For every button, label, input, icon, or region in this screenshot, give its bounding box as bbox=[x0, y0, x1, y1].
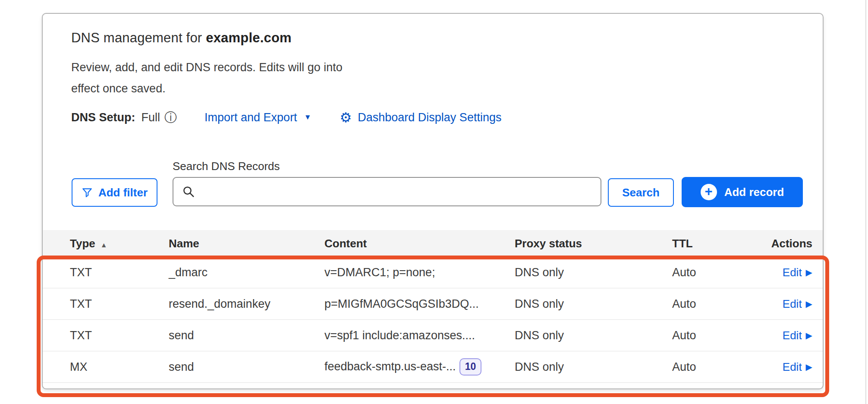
column-header-content[interactable]: Content bbox=[324, 237, 515, 250]
search-button[interactable]: Search bbox=[608, 178, 674, 207]
edit-record-button[interactable]: Edit▶ bbox=[783, 360, 812, 374]
filter-icon bbox=[82, 187, 93, 198]
table-row: TXT _dmarc v=DMARC1; p=none; DNS only Au… bbox=[43, 257, 823, 288]
column-header-name[interactable]: Name bbox=[169, 237, 324, 250]
chevron-right-icon: ▶ bbox=[806, 330, 812, 341]
cell-proxy-status: DNS only bbox=[515, 266, 672, 279]
column-header-type[interactable]: Type▲ bbox=[70, 237, 169, 250]
cell-type: TXT bbox=[70, 329, 169, 342]
edit-record-button[interactable]: Edit▶ bbox=[783, 329, 812, 342]
page-description: Review, add, and edit DNS records. Edits… bbox=[71, 57, 373, 99]
chevron-right-icon: ▶ bbox=[806, 267, 812, 278]
cell-actions: Edit▶ bbox=[760, 329, 812, 342]
chevron-right-icon: ▶ bbox=[806, 362, 812, 372]
search-dns-records-label: Search DNS Records bbox=[173, 160, 280, 173]
cell-name: _dmarc bbox=[169, 266, 324, 279]
cell-ttl: Auto bbox=[672, 297, 760, 311]
gear-icon[interactable]: ⚙ bbox=[340, 111, 352, 124]
cell-proxy-status: DNS only bbox=[515, 360, 672, 374]
table-header-row: Type▲ Name Content Proxy status TTL Acti… bbox=[43, 230, 823, 257]
cell-ttl: Auto bbox=[672, 266, 760, 279]
column-header-ttl[interactable]: TTL bbox=[672, 237, 760, 250]
column-header-actions: Actions bbox=[760, 237, 812, 250]
table-row: TXT send v=spf1 include:amazonses.... DN… bbox=[43, 320, 823, 351]
plus-icon: + bbox=[701, 184, 717, 200]
search-button-label: Search bbox=[622, 186, 660, 199]
search-box bbox=[173, 177, 601, 206]
table-body: TXT _dmarc v=DMARC1; p=none; DNS only Au… bbox=[43, 257, 823, 383]
table-row: MX send feedback-smtp.us-east-...10 DNS … bbox=[43, 351, 823, 383]
cell-name: send bbox=[169, 360, 324, 374]
cell-type: TXT bbox=[70, 297, 169, 311]
scrollbar[interactable] bbox=[865, 0, 866, 404]
zone-domain-name: example.com bbox=[206, 30, 292, 45]
table-row: TXT resend._domainkey p=MIGfMA0GCSqGSIb3… bbox=[43, 288, 823, 320]
cell-name: send bbox=[169, 329, 324, 342]
cell-ttl: Auto bbox=[672, 360, 760, 374]
dashboard-display-settings-link[interactable]: Dashboard Display Settings bbox=[358, 111, 501, 124]
search-icon bbox=[182, 185, 195, 198]
cell-content: v=DMARC1; p=none; bbox=[324, 266, 515, 279]
info-icon[interactable]: ⓘ bbox=[164, 111, 177, 124]
import-export-dropdown[interactable]: Import and Export▼ bbox=[204, 111, 311, 124]
cell-proxy-status: DNS only bbox=[515, 297, 672, 311]
dns-setup-row: DNS Setup: Full ⓘ Import and Export▼ ⚙ D… bbox=[71, 109, 501, 126]
cell-type: TXT bbox=[70, 266, 169, 279]
chevron-right-icon: ▶ bbox=[806, 299, 812, 309]
add-filter-label: Add filter bbox=[98, 186, 148, 199]
cell-ttl: Auto bbox=[672, 329, 760, 342]
cell-actions: Edit▶ bbox=[760, 297, 812, 311]
search-input[interactable] bbox=[201, 178, 601, 205]
cell-actions: Edit▶ bbox=[760, 360, 812, 374]
dns-management-card: DNS management for example.com Review, a… bbox=[42, 13, 824, 389]
cell-content: feedback-smtp.us-east-...10 bbox=[324, 358, 515, 376]
page-title-prefix: DNS management for bbox=[71, 30, 206, 45]
cell-type: MX bbox=[70, 360, 169, 374]
cell-content: p=MIGfMA0GCSqGSIb3DQ... bbox=[324, 297, 515, 311]
sort-ascending-icon: ▲ bbox=[101, 241, 107, 249]
edit-record-button[interactable]: Edit▶ bbox=[783, 297, 812, 311]
cell-proxy-status: DNS only bbox=[515, 329, 672, 342]
column-header-proxy-status[interactable]: Proxy status bbox=[515, 237, 672, 250]
edit-record-button[interactable]: Edit▶ bbox=[783, 266, 812, 279]
dashboard-settings-label: Dashboard Display Settings bbox=[358, 111, 501, 124]
chevron-down-icon: ▼ bbox=[304, 113, 311, 122]
page-title: DNS management for example.com bbox=[71, 30, 292, 46]
cell-actions: Edit▶ bbox=[760, 266, 812, 279]
mx-priority-badge: 10 bbox=[459, 358, 482, 376]
cell-content: v=spf1 include:amazonses.... bbox=[324, 329, 515, 342]
dns-setup-label: DNS Setup: bbox=[71, 111, 135, 124]
add-record-button[interactable]: + Add record bbox=[682, 177, 803, 207]
import-export-label: Import and Export bbox=[204, 111, 297, 124]
cell-name: resend._domainkey bbox=[169, 297, 324, 311]
dns-setup-value: Full bbox=[142, 111, 160, 124]
add-record-label: Add record bbox=[724, 186, 784, 199]
add-filter-button[interactable]: Add filter bbox=[72, 178, 157, 207]
